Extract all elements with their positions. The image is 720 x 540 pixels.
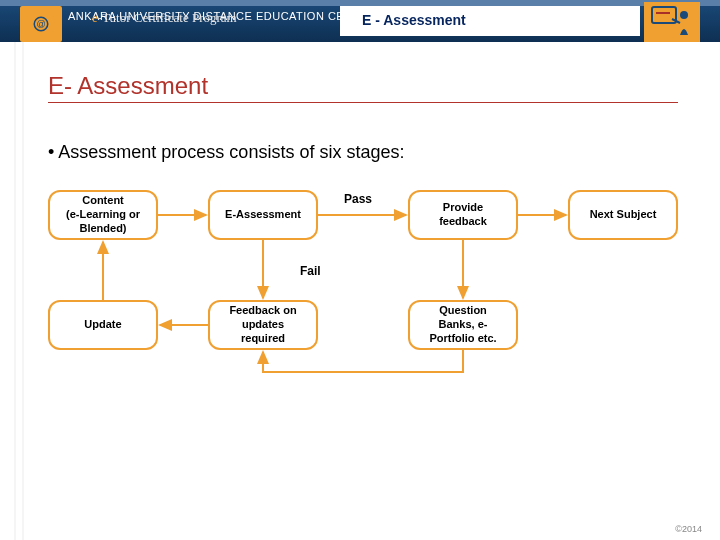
- header-banner: @ ANKARA UNIVERSITY DISTANCE EDUCATION C…: [0, 0, 720, 42]
- flow-arrows: [48, 190, 678, 390]
- at-sign-icon: @: [32, 15, 50, 33]
- title-underline: [48, 102, 678, 103]
- header-program-word: Tutor Certificate Program: [102, 10, 237, 25]
- left-guide-2: [22, 42, 24, 540]
- flowchart: Content (e-Learning or Blended) E-Assess…: [48, 190, 678, 390]
- svg-point-4: [680, 11, 688, 19]
- intro-bullet: • Assessment process consists of six sta…: [48, 142, 404, 163]
- footer-copyright: ©2014: [675, 524, 702, 534]
- logo-badge: @: [20, 6, 62, 42]
- page-title: E- Assessment: [48, 72, 208, 100]
- svg-rect-2: [652, 7, 676, 23]
- svg-text:@: @: [36, 19, 45, 29]
- header-section-title: E - Assessment: [358, 12, 470, 30]
- left-guide: [14, 42, 16, 540]
- header-program: e-Tutor Certificate Program: [92, 10, 237, 26]
- presenter-icon: [644, 2, 700, 42]
